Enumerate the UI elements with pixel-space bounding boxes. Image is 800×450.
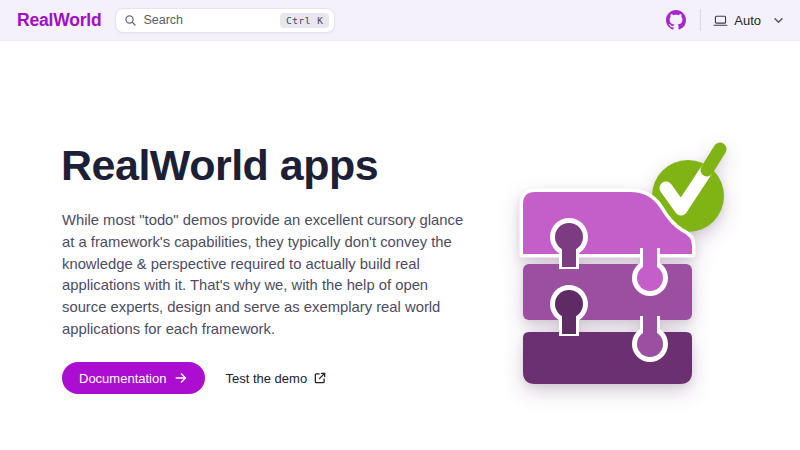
appearance-switcher[interactable]: Auto <box>711 11 786 30</box>
header-actions: Auto <box>660 9 786 31</box>
search-input[interactable]: Search Ctrl K <box>115 8 335 33</box>
github-link[interactable] <box>660 10 692 30</box>
header-divider <box>700 9 701 31</box>
search-icon <box>124 14 137 27</box>
hero-actions: Documentation Test the demo <box>62 362 327 394</box>
search-shortcut-badge: Ctrl K <box>280 13 329 28</box>
documentation-button[interactable]: Documentation <box>62 362 205 394</box>
arrow-right-icon <box>174 371 188 385</box>
test-demo-link-label: Test the demo <box>225 371 307 386</box>
chevron-down-icon <box>773 15 784 26</box>
puzzle-knob-up-1 <box>550 218 588 269</box>
page: RealWorld Search Ctrl K Auto <box>0 0 800 450</box>
logo[interactable]: RealWorld <box>17 10 101 31</box>
test-demo-link[interactable]: Test the demo <box>225 371 327 386</box>
puzzle-knob-down-2 <box>632 316 668 362</box>
hero-section: RealWorld apps While most "todo" demos p… <box>0 41 800 450</box>
puzzle-logo-graphic <box>470 126 740 396</box>
documentation-button-label: Documentation <box>79 371 166 386</box>
search-placeholder: Search <box>143 13 183 27</box>
laptop-icon <box>713 13 728 28</box>
puzzle-knob-up-2 <box>550 285 588 336</box>
appearance-label: Auto <box>734 13 761 28</box>
hero-description: While most "todo" demos provide an excel… <box>62 210 466 341</box>
check-icon-tail <box>707 149 720 170</box>
header: RealWorld Search Ctrl K Auto <box>0 0 800 41</box>
github-icon <box>666 10 686 30</box>
page-title: RealWorld apps <box>61 141 378 190</box>
external-link-icon <box>313 371 327 385</box>
